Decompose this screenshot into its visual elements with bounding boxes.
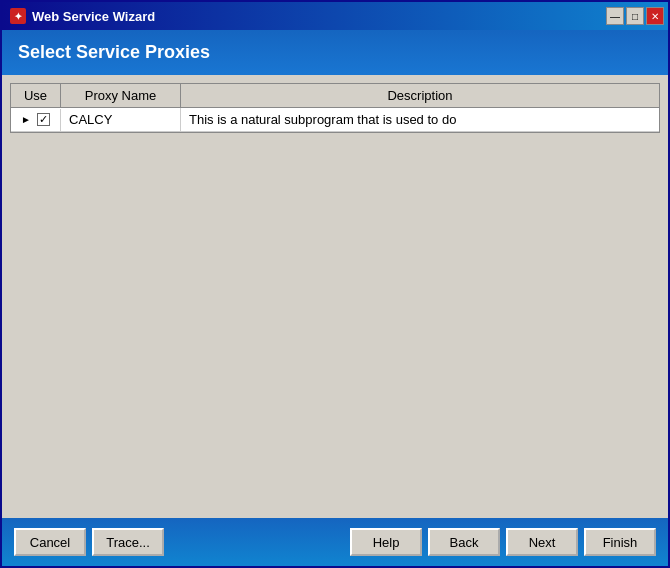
content-area: Use Proxy Name Description ► CALCY This …: [2, 75, 668, 518]
main-window: ✦ Web Service Wizard — □ ✕ Select Servic…: [0, 0, 670, 568]
proxy-name-value: CALCY: [69, 112, 112, 127]
help-button[interactable]: Help: [350, 528, 422, 556]
col-description: Description: [181, 84, 659, 107]
table-header: Use Proxy Name Description: [11, 84, 659, 108]
description-value: This is a natural subprogram that is use…: [189, 112, 456, 127]
trace-button[interactable]: Trace...: [92, 528, 164, 556]
app-icon: ✦: [10, 8, 26, 24]
next-button[interactable]: Next: [506, 528, 578, 556]
row-description-cell: This is a natural subprogram that is use…: [181, 108, 659, 131]
finish-button[interactable]: Finish: [584, 528, 656, 556]
title-bar-controls: — □ ✕: [606, 7, 664, 25]
wizard-header: Select Service Proxies: [2, 30, 668, 75]
col-proxy-name: Proxy Name: [61, 84, 181, 107]
window-title: Web Service Wizard: [32, 9, 155, 24]
close-button[interactable]: ✕: [646, 7, 664, 25]
proxy-table: Use Proxy Name Description ► CALCY This …: [10, 83, 660, 133]
title-bar-left: ✦ Web Service Wizard: [10, 8, 155, 24]
row-proxy-name-cell: CALCY: [61, 108, 181, 131]
back-button[interactable]: Back: [428, 528, 500, 556]
use-checkbox[interactable]: [37, 113, 50, 126]
footer-right-buttons: Help Back Next Finish: [350, 528, 656, 556]
table-row: ► CALCY This is a natural subprogram tha…: [11, 108, 659, 132]
app-icon-symbol: ✦: [14, 11, 22, 22]
row-selector-arrow: ►: [21, 114, 31, 125]
title-bar: ✦ Web Service Wizard — □ ✕: [2, 2, 668, 30]
cancel-button[interactable]: Cancel: [14, 528, 86, 556]
row-use-cell: ►: [11, 109, 61, 131]
col-use: Use: [11, 84, 61, 107]
maximize-button[interactable]: □: [626, 7, 644, 25]
footer-left-buttons: Cancel Trace...: [14, 528, 164, 556]
page-title: Select Service Proxies: [18, 42, 652, 63]
wizard-footer: Cancel Trace... Help Back Next Finish: [2, 518, 668, 566]
minimize-button[interactable]: —: [606, 7, 624, 25]
